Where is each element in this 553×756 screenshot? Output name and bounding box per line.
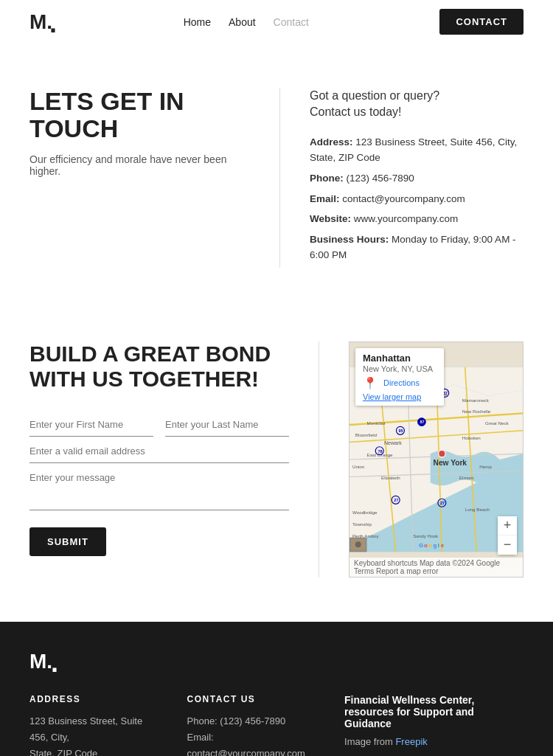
footer-contact-col: CONTACT US Phone: (123) 456-7890 Email: … — [187, 694, 316, 756]
bond-section: BUILD A GREAT BOND WITH US TOGETHER! SUB… — [0, 312, 553, 622]
footer-columns: ADDRESS 123 Business Street, Suite 456, … — [29, 694, 524, 756]
contact-info-section: LETS GET IN TOUCH Our efficiency and mor… — [0, 44, 553, 312]
map-place-location: New York, NY, USA — [363, 364, 437, 373]
section-subtext: Our efficiency and morale have never bee… — [29, 153, 250, 177]
svg-text:New Rochelle: New Rochelle — [462, 409, 491, 414]
footer-contact-heading: CONTACT US — [187, 694, 316, 704]
bond-left: BUILD A GREAT BOND WITH US TOGETHER! SUB… — [29, 341, 319, 578]
svg-text:87: 87 — [420, 420, 425, 424]
footer-address-heading: ADDRESS — [29, 694, 158, 704]
bond-right-map: New York Newark Elizabeth Union Hoboken … — [319, 341, 524, 578]
name-row — [29, 413, 289, 437]
footer-email: Email: contact@yourcompany.com — [187, 729, 316, 756]
footer-wellness-col: Financial Wellness Center, resources for… — [344, 694, 524, 756]
svg-point-53 — [355, 541, 361, 547]
contact-intro: Got a question or query?Contact us today… — [310, 88, 524, 121]
footer-address-line1: 123 Business Street, Suite 456, City, — [29, 713, 158, 746]
svg-text:g: g — [434, 542, 437, 549]
svg-point-12 — [439, 450, 445, 457]
map-zoom-controls: + − — [498, 516, 517, 555]
map-place-name: Manhattan — [363, 353, 437, 364]
directions-link[interactable]: Directions — [383, 378, 420, 387]
hours-detail: Business Hours: Monday to Friday, 9:00 A… — [310, 232, 524, 263]
svg-text:Great Neck: Great Neck — [485, 420, 509, 426]
svg-text:Sandy Hook: Sandy Hook — [413, 533, 439, 538]
svg-text:Union: Union — [352, 464, 365, 469]
svg-text:78: 78 — [378, 449, 382, 454]
svg-text:Montclair: Montclair — [367, 420, 386, 426]
svg-text:o: o — [428, 542, 432, 549]
footer-address-line2: State, ZIP Code — [29, 746, 158, 756]
freepik-link[interactable]: Freepik — [395, 736, 427, 747]
svg-text:Elmont: Elmont — [459, 475, 474, 480]
website-detail: Website: www.yourcompany.com — [310, 211, 524, 227]
nav-about[interactable]: About — [229, 16, 256, 28]
footer-phone: Phone: (123) 456-7890 — [187, 713, 316, 729]
svg-text:Elizabeth: Elizabeth — [381, 475, 400, 480]
svg-text:Newark: Newark — [384, 440, 402, 445]
view-larger-link[interactable]: View larger map — [363, 392, 437, 401]
map[interactable]: New York Newark Elizabeth Union Hoboken … — [349, 341, 524, 578]
phone-detail: Phone: (123) 456-7890 — [310, 170, 524, 187]
section-right-details: Got a question or query?Contact us today… — [280, 88, 524, 268]
nav-contact[interactable]: Contact — [274, 16, 309, 28]
email-row — [29, 440, 289, 463]
email-input[interactable] — [29, 440, 289, 463]
svg-text:Mamaroneck: Mamaroneck — [462, 398, 490, 403]
nav-contact-button[interactable]: CONTACT — [439, 9, 524, 35]
svg-text:Perth Amboy: Perth Amboy — [352, 533, 380, 538]
svg-text:Long Beach: Long Beach — [465, 507, 490, 512]
svg-text:G: G — [419, 542, 423, 549]
svg-text:Bloomfield: Bloomfield — [355, 432, 378, 437]
address-detail: Address: 123 Business Street, Suite 456,… — [310, 134, 524, 166]
svg-text:e: e — [441, 542, 445, 549]
map-popup: Manhattan New York, NY, USA 📍 Directions… — [355, 348, 444, 406]
svg-text:Hoboken: Hoboken — [462, 435, 481, 440]
svg-text:o: o — [424, 542, 428, 549]
svg-text:New York: New York — [434, 459, 467, 467]
bond-heading: BUILD A GREAT BOND WITH US TOGETHER! — [29, 341, 289, 392]
svg-text:27: 27 — [394, 498, 398, 502]
submit-button[interactable]: SUBMIT — [29, 527, 106, 556]
svg-text:95: 95 — [399, 429, 403, 433]
footer-wellness-heading: Financial Wellness Center, resources for… — [344, 694, 524, 729]
logo: M. — [29, 12, 52, 32]
nav-links: Home About Contact — [184, 16, 309, 28]
section-heading: LETS GET IN TOUCH — [29, 88, 250, 143]
first-name-input[interactable] — [29, 413, 153, 437]
email-detail: Email: contact@yourcompany.com — [310, 191, 524, 207]
section-left-intro: LETS GET IN TOUCH Our efficiency and mor… — [29, 88, 280, 268]
footer-wellness-text: Image from Freepik — [344, 734, 524, 750]
message-row — [29, 466, 289, 513]
svg-text:Woodbridge: Woodbridge — [352, 510, 378, 515]
last-name-input[interactable] — [165, 413, 289, 437]
contact-form: SUBMIT — [29, 413, 289, 556]
footer-logo: M. — [29, 651, 52, 672]
message-input[interactable] — [29, 466, 289, 510]
footer-address-col: ADDRESS 123 Business Street, Suite 456, … — [29, 694, 158, 756]
map-footer-text: Keyboard shortcuts Map data ©2024 Google… — [354, 559, 518, 575]
zoom-out-button[interactable]: − — [498, 535, 517, 555]
map-pin-icon: 📍 — [363, 376, 378, 390]
footer: M. ADDRESS 123 Business Street, Suite 45… — [0, 622, 553, 756]
map-footer: Keyboard shortcuts Map data ©2024 Google… — [349, 558, 523, 577]
svg-text:Township: Township — [352, 521, 372, 527]
svg-text:Hemp: Hemp — [479, 464, 492, 469]
zoom-in-button[interactable]: + — [498, 516, 517, 535]
svg-text:27: 27 — [440, 501, 445, 505]
nav-home[interactable]: Home — [184, 16, 211, 28]
navbar: M. Home About Contact CONTACT — [0, 0, 553, 44]
svg-text:l: l — [438, 542, 439, 549]
